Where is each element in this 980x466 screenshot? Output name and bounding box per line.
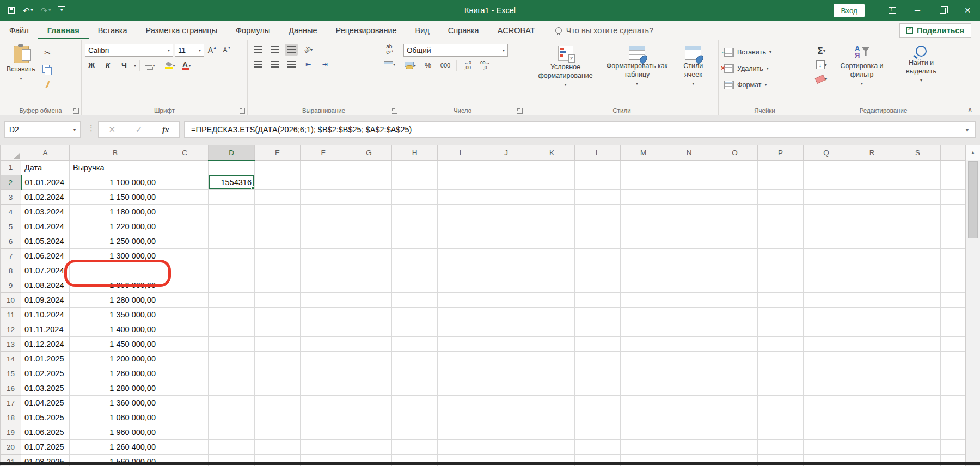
cell-N17[interactable] (666, 396, 712, 410)
row-header-7[interactable]: 7 (1, 249, 21, 263)
cell-B17[interactable]: 1 360 000,00 (70, 396, 161, 410)
cell-M11[interactable] (621, 308, 666, 322)
cell-F8[interactable] (301, 263, 346, 278)
cell-O6[interactable] (712, 234, 758, 249)
cell-F18[interactable] (301, 410, 346, 425)
cell-A8[interactable]: 01.07.2024 (21, 263, 70, 278)
row-header-18[interactable]: 18 (1, 410, 21, 425)
cell-P14[interactable] (758, 352, 804, 366)
cell-N7[interactable] (666, 249, 712, 263)
cell-F6[interactable] (301, 234, 346, 249)
cell-S17[interactable] (895, 396, 941, 410)
scrollbar-thumb[interactable] (968, 161, 978, 238)
cell-J14[interactable] (483, 352, 529, 366)
cell-P15[interactable] (758, 366, 804, 381)
column-header-O[interactable]: O (712, 145, 758, 161)
cell-T16[interactable] (941, 381, 966, 396)
cell-H11[interactable] (392, 308, 438, 322)
cell-Q6[interactable] (804, 234, 849, 249)
cell-B1[interactable]: Выручка (70, 160, 161, 175)
cell-T7[interactable] (941, 249, 966, 263)
cell-E6[interactable] (255, 234, 301, 249)
cell-B8[interactable] (70, 263, 161, 278)
autosum-button[interactable]: Σ▾ (814, 45, 828, 57)
cell-N12[interactable] (666, 322, 712, 337)
cell-E11[interactable] (255, 308, 301, 322)
column-header-P[interactable]: P (758, 145, 804, 161)
cell-F16[interactable] (301, 381, 346, 396)
close-button[interactable]: ✕ (955, 0, 980, 21)
cell-N14[interactable] (666, 352, 712, 366)
cell-I10[interactable] (438, 293, 483, 308)
cell-P13[interactable] (758, 337, 804, 352)
cell-N3[interactable] (666, 190, 712, 205)
format-cells-button[interactable]: Формат▾ (722, 78, 807, 91)
cell-Q17[interactable] (804, 396, 849, 410)
cell-L2[interactable] (575, 175, 621, 190)
cell-C18[interactable] (161, 410, 209, 425)
cell-T6[interactable] (941, 234, 966, 249)
tab-Вид[interactable]: Вид (406, 22, 439, 39)
cell-C13[interactable] (161, 337, 209, 352)
cell-M20[interactable] (621, 440, 666, 455)
cell-A16[interactable]: 01.03.2025 (21, 381, 70, 396)
cell-R9[interactable] (849, 278, 895, 293)
cell-Q3[interactable] (804, 190, 849, 205)
cell-G3[interactable] (346, 190, 392, 205)
cell-B6[interactable]: 1 250 000,00 (70, 234, 161, 249)
cell-J2[interactable] (483, 175, 529, 190)
cell-D9[interactable] (209, 278, 255, 293)
cell-H13[interactable] (392, 337, 438, 352)
cell-I19[interactable] (438, 425, 483, 440)
cell-J19[interactable] (483, 425, 529, 440)
cell-A13[interactable]: 01.12.2024 (21, 337, 70, 352)
delete-cells-button[interactable]: Удалить▾ (722, 62, 807, 75)
cell-N18[interactable] (666, 410, 712, 425)
cell-P6[interactable] (758, 234, 804, 249)
cell-T18[interactable] (941, 410, 966, 425)
cell-B3[interactable]: 1 150 000,00 (70, 190, 161, 205)
row-header-16[interactable]: 16 (1, 381, 21, 396)
cell-A4[interactable]: 01.03.2024 (21, 205, 70, 219)
row-header-1[interactable]: 1 (1, 160, 21, 175)
cell-Q2[interactable] (804, 175, 849, 190)
cell-Q12[interactable] (804, 322, 849, 337)
cell-D18[interactable] (209, 410, 255, 425)
cell-D7[interactable] (209, 249, 255, 263)
cell-D11[interactable] (209, 308, 255, 322)
cell-F1[interactable] (301, 160, 346, 175)
cell-T19[interactable] (941, 425, 966, 440)
cell-H6[interactable] (392, 234, 438, 249)
cell-H5[interactable] (392, 219, 438, 234)
cell-P20[interactable] (758, 440, 804, 455)
cell-O11[interactable] (712, 308, 758, 322)
cell-L20[interactable] (575, 440, 621, 455)
cell-S6[interactable] (895, 234, 941, 249)
insert-function-icon[interactable]: fx (162, 125, 169, 134)
save-icon[interactable] (8, 7, 15, 14)
column-header-L[interactable]: L (575, 145, 621, 161)
cell-J13[interactable] (483, 337, 529, 352)
chevron-down-icon[interactable]: ▾ (134, 63, 136, 68)
cell-R20[interactable] (849, 440, 895, 455)
cell-F4[interactable] (301, 205, 346, 219)
cell-K18[interactable] (529, 410, 575, 425)
cell-I20[interactable] (438, 440, 483, 455)
cell-E5[interactable] (255, 219, 301, 234)
cell-E1[interactable] (255, 160, 301, 175)
cell-K20[interactable] (529, 440, 575, 455)
cell-J16[interactable] (483, 381, 529, 396)
cell-L3[interactable] (575, 190, 621, 205)
cell-P8[interactable] (758, 263, 804, 278)
scroll-up-icon[interactable]: ▲ (966, 145, 980, 160)
expand-formula-bar-icon[interactable]: ▾ (966, 127, 969, 133)
cell-B18[interactable]: 1 060 000,00 (70, 410, 161, 425)
cell-L19[interactable] (575, 425, 621, 440)
cell-J7[interactable] (483, 249, 529, 263)
cell-O16[interactable] (712, 381, 758, 396)
cell-F11[interactable] (301, 308, 346, 322)
cell-B14[interactable]: 1 200 000,00 (70, 352, 161, 366)
cell-G9[interactable] (346, 278, 392, 293)
cell-T2[interactable] (941, 175, 966, 190)
column-header-C[interactable]: C (161, 145, 209, 161)
